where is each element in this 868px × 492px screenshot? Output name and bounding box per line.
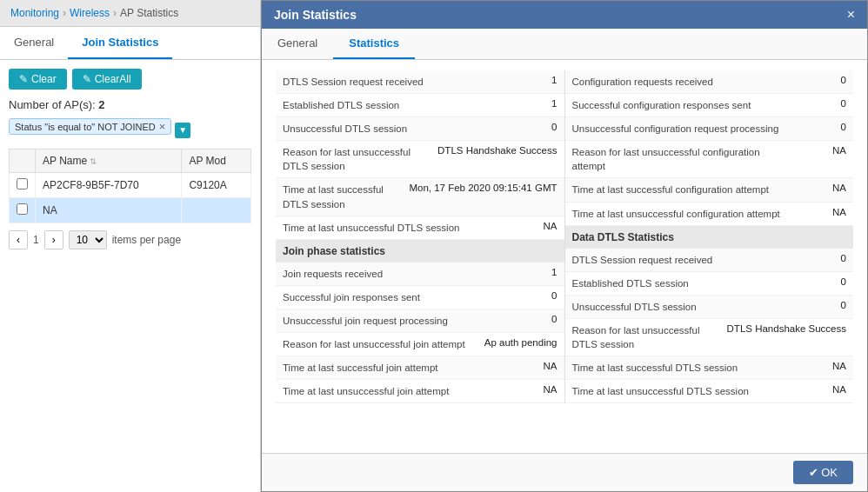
stat-row: Unsuccessful configuration request proce…: [565, 117, 854, 141]
dialog-tab-statistics[interactable]: Statistics: [333, 29, 415, 59]
stat-row: Established DTLS session0: [565, 272, 854, 296]
stat-row: Time at last unsuccessful configuration …: [565, 203, 854, 226]
stat-row: Successful join responses sent0: [276, 286, 564, 309]
stat-value: 0: [505, 122, 558, 132]
stat-label: Join requests received: [283, 267, 498, 281]
dialog-tab-bar: General Statistics: [262, 29, 867, 60]
next-page-button[interactable]: ›: [44, 230, 63, 249]
data-dtls-header: Data DTLS Statistics: [565, 226, 854, 249]
stat-row: Reason for last unsuccessful DTLS sessio…: [276, 141, 564, 178]
row-ap-model: [182, 198, 251, 223]
stat-label: Reason for last unsuccessful join attemp…: [283, 337, 477, 351]
stat-row: Established DTLS session1: [276, 94, 564, 117]
ap-count: Number of AP(s): 2: [9, 98, 251, 111]
breadcrumb: Monitoring › Wireless › AP Statistics: [0, 0, 260, 27]
ap-table: AP Name ⇅ AP Mod AP2CF8-9B5F-7D70 C9120A: [9, 149, 251, 223]
row-ap-name: NA: [36, 198, 182, 223]
stat-value: NA: [794, 183, 846, 193]
col-ap-model[interactable]: AP Mod: [182, 150, 251, 173]
stat-value: 1: [505, 267, 558, 277]
stat-row: DTLS Session request received1: [276, 70, 564, 94]
items-per-page-select[interactable]: 10 25 50: [69, 230, 107, 249]
stat-row: Unsuccessful DTLS session0: [565, 296, 854, 319]
row-checkbox-cell: [10, 198, 36, 223]
tab-general[interactable]: General: [0, 27, 68, 59]
items-per-page-label: items per page: [112, 234, 181, 246]
stat-label: DTLS Session request received: [283, 75, 498, 89]
stat-value: 0: [794, 122, 846, 132]
stat-value: NA: [505, 384, 558, 395]
stat-value: Ap auth pending: [484, 337, 558, 348]
col-checkbox: [10, 150, 36, 173]
join-phase-stats: Join requests received1Successful join r…: [276, 263, 564, 404]
prev-page-button[interactable]: ‹: [9, 230, 28, 249]
stat-label: Time at last unsuccessful join attempt: [283, 384, 498, 398]
row-ap-model: C9120A: [182, 173, 251, 198]
stat-label: Established DTLS session: [572, 276, 788, 290]
stat-row: Time at last successful join attemptNA: [276, 356, 564, 380]
stat-value: NA: [505, 221, 558, 231]
dialog-footer: ✔ OK: [262, 453, 867, 491]
stat-value: 0: [794, 253, 846, 263]
row-checkbox[interactable]: [17, 203, 28, 215]
stat-label: Reason for last unsuccessful configurati…: [572, 145, 788, 173]
stat-label: Configuration requests received: [572, 75, 788, 89]
stat-label: Unsuccessful DTLS session: [572, 300, 788, 314]
page-number: 1: [33, 234, 39, 246]
pagination: ‹ 1 › 10 25 50 items per page: [9, 223, 251, 249]
clear-all-icon: ✎: [83, 73, 91, 85]
dialog-close-button[interactable]: ×: [847, 8, 855, 22]
clear-button[interactable]: ✎ Clear: [9, 69, 67, 90]
col-ap-name[interactable]: AP Name ⇅: [36, 150, 182, 173]
stat-value: DTLS Handshake Success: [727, 323, 846, 334]
table-row: AP2CF8-9B5F-7D70 C9120A: [10, 173, 251, 198]
stat-label: Time at last successful configuration at…: [572, 183, 788, 196]
stat-row: DTLS Session request received0: [565, 249, 854, 272]
sort-icon: ⇅: [90, 156, 97, 166]
left-tab-bar: General Join Statistics: [0, 27, 260, 60]
breadcrumb-monitoring[interactable]: Monitoring: [10, 7, 59, 19]
join-phase-header: Join phase statistics: [276, 240, 564, 263]
stat-row: Join requests received1: [276, 263, 564, 286]
filter-tag: Status "is equal to" NOT JOINED ×: [9, 118, 171, 135]
stat-label: Established DTLS session: [283, 98, 498, 112]
ap-table-container: AP Name ⇅ AP Mod AP2CF8-9B5F-7D70 C9120A: [9, 149, 251, 223]
stat-label: Successful join responses sent: [283, 290, 498, 304]
dialog-body: DTLS Session request received1Establishe…: [262, 60, 867, 453]
stat-label: Time at last unsuccessful DTLS session: [283, 221, 498, 235]
breadcrumb-wireless[interactable]: Wireless: [70, 7, 110, 19]
clear-all-button[interactable]: ✎ ClearAll: [72, 69, 142, 90]
left-content: ✎ Clear ✎ ClearAll Number of AP(s): 2 St…: [0, 60, 260, 492]
left-panel: Monitoring › Wireless › AP Statistics Ge…: [0, 0, 261, 492]
stat-value: NA: [794, 207, 846, 217]
stat-row: Time at last unsuccessful DTLS sessionNA: [276, 216, 564, 240]
filter-icon[interactable]: ▼: [175, 123, 190, 138]
stat-label: Time at last successful DTLS session: [572, 361, 788, 375]
stat-label: Time at last unsuccessful configuration …: [572, 207, 788, 221]
stat-value: 0: [505, 314, 558, 324]
filter-close[interactable]: ×: [159, 121, 166, 132]
dialog-tab-general[interactable]: General: [262, 29, 333, 59]
stat-row: Time at last successful DTLS sessionMon,…: [276, 178, 564, 216]
stat-value: 0: [794, 98, 846, 109]
stat-row: Successful configuration responses sent0: [565, 94, 854, 117]
stat-value: 0: [794, 300, 846, 310]
row-checkbox[interactable]: [17, 178, 28, 189]
stat-value: NA: [505, 361, 558, 371]
data-dtls-stats: DTLS Session request received0Establishe…: [565, 249, 854, 404]
stats-left: DTLS Session request received1Establishe…: [276, 70, 564, 403]
stat-label: Unsuccessful join request processing: [283, 314, 498, 328]
table-row: NA: [10, 198, 251, 223]
stat-label: Unsuccessful DTLS session: [283, 122, 498, 136]
ok-button[interactable]: ✔ OK: [793, 461, 853, 484]
stat-row: Unsuccessful DTLS session0: [276, 117, 564, 141]
dialog-header: Join Statistics ×: [262, 1, 867, 29]
stat-value: NA: [794, 145, 846, 156]
filter-row: Status "is equal to" NOT JOINED × ▼: [9, 118, 251, 142]
stat-row: Unsuccessful join request processing0: [276, 309, 564, 333]
stat-row: Configuration requests received0: [565, 70, 854, 94]
stat-value: 0: [794, 75, 846, 85]
dialog-panel: Join Statistics × General Statistics DTL…: [261, 0, 868, 492]
left-top-stats: DTLS Session request received1Establishe…: [276, 70, 564, 240]
tab-join-statistics[interactable]: Join Statistics: [68, 27, 172, 59]
